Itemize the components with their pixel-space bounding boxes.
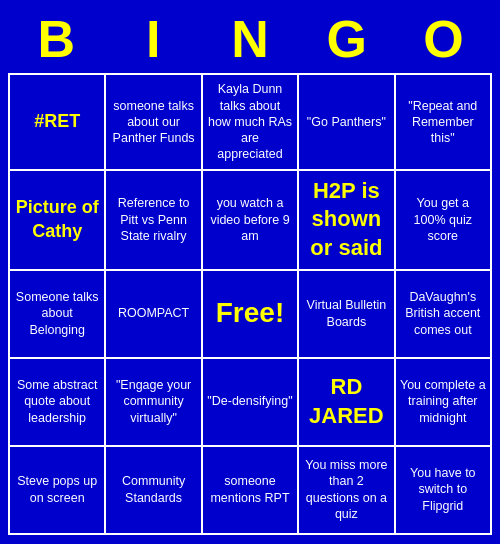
header-i: I bbox=[109, 9, 197, 69]
header-n: N bbox=[206, 9, 294, 69]
bingo-cell-12[interactable]: Free! bbox=[203, 271, 299, 359]
bingo-cell-17[interactable]: "De-densifying" bbox=[203, 359, 299, 447]
bingo-cell-9[interactable]: You get a 100% quiz score bbox=[396, 171, 492, 271]
bingo-cell-19[interactable]: You complete a training after midnight bbox=[396, 359, 492, 447]
bingo-cell-0[interactable]: #RET bbox=[10, 75, 106, 170]
bingo-cell-22[interactable]: someone mentions RPT bbox=[203, 447, 299, 535]
bingo-cell-1[interactable]: someone talks about our Panther Funds bbox=[106, 75, 202, 170]
bingo-grid: #RETsomeone talks about our Panther Fund… bbox=[8, 73, 492, 534]
bingo-cell-7[interactable]: you watch a video before 9 am bbox=[203, 171, 299, 271]
bingo-cell-11[interactable]: ROOMPACT bbox=[106, 271, 202, 359]
header-o: O bbox=[400, 9, 488, 69]
bingo-cell-15[interactable]: Some abstract quote about leadership bbox=[10, 359, 106, 447]
bingo-cell-8[interactable]: H2P is shown or said bbox=[299, 171, 395, 271]
bingo-cell-6[interactable]: Reference to Pitt vs Penn State rivalry bbox=[106, 171, 202, 271]
bingo-cell-20[interactable]: Steve pops up on screen bbox=[10, 447, 106, 535]
bingo-cell-14[interactable]: DaVaughn's British accent comes out bbox=[396, 271, 492, 359]
bingo-cell-13[interactable]: Virtual Bulletin Boards bbox=[299, 271, 395, 359]
bingo-header: B I N G O bbox=[8, 9, 492, 69]
bingo-cell-16[interactable]: "Engage your community virtually" bbox=[106, 359, 202, 447]
header-g: G bbox=[303, 9, 391, 69]
bingo-cell-18[interactable]: RD JARED bbox=[299, 359, 395, 447]
bingo-cell-10[interactable]: Someone talks about Belonging bbox=[10, 271, 106, 359]
bingo-cell-5[interactable]: Picture of Cathy bbox=[10, 171, 106, 271]
bingo-cell-21[interactable]: Community Standards bbox=[106, 447, 202, 535]
bingo-cell-4[interactable]: "Repeat and Remember this" bbox=[396, 75, 492, 170]
bingo-card: B I N G O #RETsomeone talks about our Pa… bbox=[0, 1, 500, 542]
header-b: B bbox=[12, 9, 100, 69]
bingo-cell-2[interactable]: Kayla Dunn talks about how much RAs are … bbox=[203, 75, 299, 170]
bingo-cell-3[interactable]: "Go Panthers" bbox=[299, 75, 395, 170]
bingo-cell-23[interactable]: You miss more than 2 questions on a quiz bbox=[299, 447, 395, 535]
bingo-cell-24[interactable]: You have to switch to Flipgrid bbox=[396, 447, 492, 535]
